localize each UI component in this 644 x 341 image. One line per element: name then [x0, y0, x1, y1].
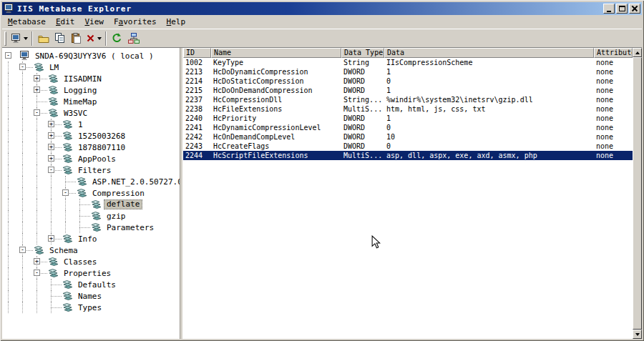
tree-guide-line: [19, 164, 34, 176]
table-row[interactable]: 2241HcDynamicCompressionLevelDWORD0none: [183, 123, 633, 132]
menu-item-help[interactable]: Help: [162, 16, 191, 28]
minus-expander-icon[interactable]: -: [34, 270, 40, 276]
minus-expander-icon[interactable]: -: [62, 189, 69, 196]
tree-guide-line: [5, 279, 19, 290]
tree-item-label: Properties: [61, 268, 114, 278]
tree-item-apppools[interactable]: +AppPools: [2, 153, 180, 164]
column-header-id[interactable]: ID: [183, 48, 211, 58]
tree-item-label: Names: [75, 291, 104, 301]
plus-expander-icon[interactable]: +: [48, 235, 54, 242]
menu-item-edit[interactable]: Edit: [51, 16, 80, 28]
tree-item-logging[interactable]: +Logging: [2, 84, 180, 96]
refresh-button[interactable]: [109, 31, 125, 46]
tree-item-lm[interactable]: -LM: [2, 61, 180, 73]
scroll-down-button[interactable]: [633, 330, 642, 339]
copy-button[interactable]: [52, 31, 68, 46]
tree-connector: +: [34, 84, 48, 96]
cell-name: HcDoDynamicCompression: [211, 67, 341, 76]
cell-attributes: none: [594, 132, 633, 142]
minus-expander-icon[interactable]: -: [5, 52, 11, 59]
scroll-up-button[interactable]: [633, 48, 642, 57]
tree-connector: [48, 279, 62, 290]
tree-connector: +: [48, 142, 62, 153]
stack-icon: [91, 211, 104, 221]
minus-expander-icon[interactable]: -: [34, 109, 40, 116]
connect-button[interactable]: [9, 31, 29, 46]
column-header-label: Data: [387, 49, 404, 56]
table-row[interactable]: 2244HcScriptFileExtensionsMultiS...asp, …: [183, 151, 633, 160]
plus-expander-icon[interactable]: +: [48, 155, 54, 162]
column-header-data-type[interactable]: Data Type: [341, 48, 384, 58]
plus-expander-icon[interactable]: +: [34, 75, 40, 81]
minus-expander-icon[interactable]: -: [19, 247, 26, 253]
connections-button[interactable]: [125, 31, 142, 46]
minus-expander-icon[interactable]: -: [19, 64, 26, 70]
plus-expander-icon[interactable]: +: [34, 258, 40, 265]
vertical-scrollbar[interactable]: [633, 48, 642, 339]
table-row[interactable]: 2238HcFileExtensionsMultiS...htm, html, …: [183, 104, 633, 114]
tree-item-1878807110[interactable]: +1878807110: [2, 142, 180, 153]
column-header-name[interactable]: Name: [211, 48, 341, 58]
tree-item-gzip[interactable]: gzip: [2, 210, 180, 222]
minimize-button[interactable]: [603, 4, 615, 14]
scrollbar-thumb[interactable]: [633, 57, 642, 330]
tree-item-compression[interactable]: -Compression: [2, 187, 180, 199]
tree-guide-line: [19, 176, 34, 187]
tree-item-properties[interactable]: -Properties: [2, 267, 180, 279]
paste-button[interactable]: [68, 31, 84, 46]
tree-item-info[interactable]: +Info: [2, 233, 180, 244]
tree-item-filters[interactable]: -Filters: [2, 164, 180, 176]
tree-item-1[interactable]: +1: [2, 119, 180, 130]
titlebar[interactable]: IIS Metabase Explorer: [2, 2, 642, 15]
tree-item-snda-69q3uyy3v6-local[interactable]: -SNDA-69Q3UYY3V6 ( local ): [2, 50, 180, 61]
tree-item-1525003268[interactable]: +1525003268: [2, 130, 180, 142]
tree-item-parameters[interactable]: Parameters: [2, 222, 180, 233]
tree-guide-line: [5, 267, 19, 279]
tree-item-types[interactable]: Types: [2, 302, 180, 313]
tree-connector: [77, 199, 91, 210]
tree-item-iisadmin[interactable]: +IISADMIN: [2, 73, 180, 84]
plus-expander-icon[interactable]: +: [48, 144, 54, 150]
maximize-button[interactable]: [616, 4, 628, 14]
tree-item-names[interactable]: Names: [2, 290, 180, 302]
plus-expander-icon[interactable]: +: [34, 87, 40, 93]
tree-guide-line: [5, 153, 19, 164]
menu-item-metabase[interactable]: Metabase: [3, 16, 51, 28]
tree-item-classes[interactable]: +Classes: [2, 256, 180, 267]
stack-icon: [77, 177, 89, 187]
cell-data-type: String: [341, 58, 384, 67]
table-row[interactable]: 2215HcDoOnDemandCompressionDWORD1none: [183, 86, 633, 95]
menu-item-favorites[interactable]: Favorites: [109, 16, 162, 28]
tree-item-deflate[interactable]: deflate: [2, 199, 180, 210]
stack-icon: [91, 199, 104, 209]
table-row[interactable]: 2240HcPriorityDWORD1none: [183, 114, 633, 123]
cell-attributes: none: [594, 95, 633, 104]
plus-expander-icon[interactable]: +: [48, 121, 54, 127]
tree-item-asp-net-2-0-50727-0[interactable]: ASP.NET_2.0.50727.0: [2, 176, 180, 187]
plus-expander-icon[interactable]: +: [48, 132, 54, 139]
tree-item-defaults[interactable]: Defaults: [2, 279, 180, 290]
new-key-button[interactable]: [35, 31, 52, 46]
tree-guide-line: [19, 210, 34, 222]
cell-name: HcPriority: [211, 114, 341, 123]
table-row[interactable]: 2214HcDoStaticCompressionDWORD0none: [183, 76, 633, 86]
tree-item-schema[interactable]: -Schema: [2, 244, 180, 256]
menu-item-view[interactable]: View: [79, 16, 109, 28]
table-row[interactable]: 2237HcCompressionDllString...%windir%\sy…: [183, 95, 633, 104]
table-row[interactable]: 2213HcDoDynamicCompressionDWORD1none: [183, 67, 633, 76]
table-row[interactable]: 2242HcOnDemandCompLevelDWORD10none: [183, 132, 633, 142]
delete-button[interactable]: [84, 31, 103, 46]
cell-data-type: DWORD: [341, 86, 384, 95]
cell-data: htm, html, js, css, txt: [384, 104, 594, 114]
tree-item-w3svc[interactable]: -W3SVC: [2, 107, 180, 119]
tree-guide-line: [34, 164, 48, 176]
cell-id: 2241: [183, 123, 211, 132]
table-row[interactable]: 1002KeyTypeStringIIsCompressionSchemenon…: [183, 58, 633, 67]
table-row[interactable]: 2243HcCreateFlagsDWORD0none: [183, 142, 633, 151]
close-button[interactable]: [629, 4, 640, 14]
column-header-data[interactable]: Data: [384, 48, 594, 58]
toolbar-gripper[interactable]: [4, 31, 6, 46]
column-header-attributes[interactable]: Attributes: [594, 48, 633, 58]
minus-expander-icon[interactable]: -: [48, 167, 54, 173]
tree-item-mimemap[interactable]: MimeMap: [2, 96, 180, 107]
